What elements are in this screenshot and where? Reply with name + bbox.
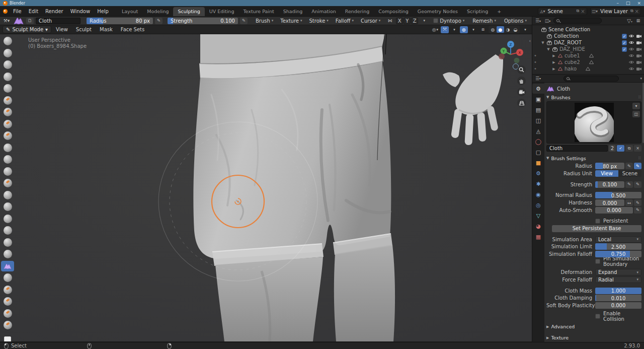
outliner-item-hako[interactable]: •▶hako bbox=[532, 65, 644, 72]
disable-camera-icon[interactable] bbox=[636, 60, 642, 64]
pressure-icon[interactable]: ✎ bbox=[634, 163, 641, 169]
stylus-icon[interactable]: ✎ bbox=[625, 163, 633, 169]
row-force-falloff-select[interactable]: Radial▾ bbox=[595, 276, 641, 283]
outliner-item-daz-hide[interactable]: ▼DAZ_HIDE✓ bbox=[532, 46, 644, 52]
workspace-tab-uv-editing[interactable]: UV Editing bbox=[205, 7, 239, 16]
menu-window[interactable]: Window bbox=[67, 8, 94, 15]
properties-tab-texture[interactable]: ▦ bbox=[532, 232, 544, 242]
sculpt-tool-07[interactable] bbox=[1, 107, 14, 117]
symmetry-z-button[interactable]: Z bbox=[411, 18, 418, 24]
outliner-display-mode-icon[interactable]: ◫▾ bbox=[544, 18, 551, 24]
sculpt-tool-13[interactable] bbox=[1, 178, 14, 188]
row-simulation-area-select[interactable]: Local▾ bbox=[595, 236, 641, 243]
workspace-tab-texture-paint[interactable]: Texture Paint bbox=[238, 7, 278, 16]
shading-wireframe-icon[interactable]: ◍ bbox=[489, 26, 497, 33]
sculpt-tool-18[interactable] bbox=[1, 237, 14, 248]
sculpt-tool-08[interactable] bbox=[1, 119, 14, 129]
camera-view-icon[interactable] bbox=[517, 88, 526, 96]
3d-viewport[interactable]: User Perspective (0) Boxers_8984.Shape bbox=[0, 34, 532, 341]
tool-popover-icon[interactable]: ⚒▾ bbox=[2, 17, 11, 24]
close-button[interactable]: × bbox=[637, 1, 641, 6]
properties-tab-particles[interactable]: ✱ bbox=[532, 179, 544, 189]
disable-camera-icon[interactable] bbox=[636, 53, 642, 58]
properties-tab-modifiers[interactable]: ⚙ bbox=[532, 168, 544, 178]
menu-file[interactable]: File bbox=[10, 8, 25, 15]
row-strength-slider[interactable]: 0.100 bbox=[595, 181, 624, 188]
overlays-toggle-icon[interactable]: ◍ bbox=[460, 26, 468, 33]
outliner-item-daz-root[interactable]: ▼DAZ_ROOT✓ bbox=[532, 39, 644, 46]
dropdown-dyntopo[interactable]: Dyntopo▾ bbox=[430, 18, 467, 24]
sculpt-tool-05[interactable] bbox=[1, 83, 14, 94]
menu-help[interactable]: Help bbox=[94, 8, 112, 15]
row-hardness-slider[interactable]: 0.000 bbox=[595, 199, 624, 206]
exclude-checkbox[interactable]: ✓ bbox=[622, 40, 627, 45]
brushes-panel-header[interactable]: ▼Brushes ⠿ bbox=[546, 93, 641, 101]
outliner-item-collection[interactable]: Collection✓ bbox=[532, 33, 644, 39]
sculpt-tool-15[interactable] bbox=[1, 201, 14, 212]
row-enable-collision-checkbox[interactable] bbox=[595, 314, 600, 319]
dropdown-falloff[interactable]: Falloff▾ bbox=[333, 18, 357, 24]
xray-toggle-icon[interactable]: ⧈ bbox=[479, 26, 487, 33]
properties-editor-type-icon[interactable]: ☰▾ bbox=[534, 75, 542, 82]
workspace-tab-modeling[interactable]: Modeling bbox=[142, 7, 173, 16]
hide-eye-icon[interactable] bbox=[628, 60, 634, 64]
unlink-brush-icon[interactable]: × bbox=[634, 145, 641, 152]
sidebar-collapse-icon[interactable]: ‹ bbox=[529, 38, 531, 43]
zoom-tool-icon[interactable] bbox=[517, 65, 526, 74]
brush-browser-dropdown-icon[interactable]: ▾ bbox=[632, 103, 640, 109]
dropdown-remesh[interactable]: Remesh▾ bbox=[469, 18, 499, 24]
datablock-icon[interactable]: 🗋 bbox=[26, 18, 34, 24]
checkbox-dyntopo[interactable] bbox=[433, 18, 438, 23]
expand-arrow-icon[interactable]: ▶ bbox=[552, 54, 556, 58]
properties-tab-object-data[interactable]: ▽ bbox=[532, 211, 544, 221]
workspace-tab-layout[interactable]: Layout bbox=[117, 7, 142, 16]
remove-view-layer-icon[interactable]: × bbox=[635, 9, 639, 14]
pan-hand-icon[interactable] bbox=[517, 77, 526, 85]
outliner-search-input[interactable] bbox=[553, 18, 602, 24]
brush-users-count[interactable]: 2 bbox=[609, 145, 616, 152]
workspace-tab-geometry-nodes[interactable]: Geometry Nodes bbox=[413, 7, 462, 16]
expand-arrow-icon[interactable]: ▼ bbox=[546, 47, 550, 51]
properties-tab-physics[interactable]: ◉ bbox=[532, 189, 544, 199]
sculpt-tool-14[interactable] bbox=[1, 190, 14, 200]
dropdown-options[interactable]: Options▾ bbox=[501, 18, 530, 24]
row-auto-smooth-slider[interactable]: 0.000 bbox=[595, 207, 633, 214]
menu-render[interactable]: Render bbox=[42, 8, 67, 15]
overlays-dropdown-icon[interactable]: ▾ bbox=[469, 26, 477, 33]
box-tool[interactable] bbox=[1, 334, 14, 342]
brush-settings-panel-header[interactable]: ▼Brush Settings ⠿ bbox=[546, 154, 641, 162]
disable-camera-icon[interactable] bbox=[636, 47, 642, 51]
row-set-persistent-base-button[interactable]: Set Persistent Base bbox=[552, 225, 641, 232]
brush-preview-well[interactable]: ▾ ◫ bbox=[546, 101, 641, 144]
sculpt-tool-21[interactable] bbox=[1, 272, 14, 283]
row-simulation-limit-slider[interactable]: 2.500 bbox=[595, 243, 641, 250]
hide-eye-icon[interactable] bbox=[628, 53, 634, 58]
navigation-gizmo[interactable]: Z X Y bbox=[498, 39, 524, 65]
brush-name-field[interactable]: Cloth bbox=[36, 18, 80, 24]
exclude-checkbox[interactable]: ✓ bbox=[622, 47, 627, 52]
view-layer-selector[interactable]: ◫▾ View Layer ⧉ × bbox=[590, 8, 641, 15]
sculpt-tool-10[interactable] bbox=[1, 143, 14, 153]
workspace-tab-scripting[interactable]: Scripting bbox=[462, 7, 493, 16]
visibility-dropdown-icon[interactable]: ◎▾ bbox=[431, 26, 439, 33]
orthographic-grid-icon[interactable] bbox=[517, 99, 526, 107]
sculpt-tool-23[interactable] bbox=[1, 296, 14, 307]
symmetry-y-button[interactable]: Y bbox=[404, 18, 411, 24]
hide-eye-icon[interactable] bbox=[628, 47, 634, 51]
dropdown-cursor[interactable]: Cursor▾ bbox=[358, 18, 383, 24]
expand-arrow-icon[interactable]: ▶ bbox=[552, 60, 556, 64]
sculpt-tool-06[interactable] bbox=[1, 95, 14, 106]
panel-advanced[interactable]: ▶Advanced bbox=[546, 323, 641, 331]
radius-pressure-icon[interactable]: ✎ bbox=[155, 18, 163, 24]
filter-funnel-icon[interactable]: ▽▾ bbox=[627, 18, 632, 24]
properties-tab-tool[interactable]: ⚙ bbox=[532, 84, 544, 94]
disable-camera-icon[interactable] bbox=[636, 40, 642, 45]
dropdown-texture[interactable]: Texture▾ bbox=[277, 18, 305, 24]
dropdown-stroke[interactable]: Stroke▾ bbox=[306, 18, 331, 24]
sculpt-tool-03[interactable] bbox=[1, 59, 14, 70]
stylus-icon[interactable]: ✎ bbox=[634, 207, 641, 214]
sculpt-tool-22[interactable] bbox=[1, 285, 14, 295]
vp-menu-sculpt[interactable]: Sculpt bbox=[72, 26, 95, 33]
disable-camera-icon[interactable] bbox=[636, 34, 642, 38]
properties-tab-collection[interactable]: ▢ bbox=[532, 147, 544, 157]
